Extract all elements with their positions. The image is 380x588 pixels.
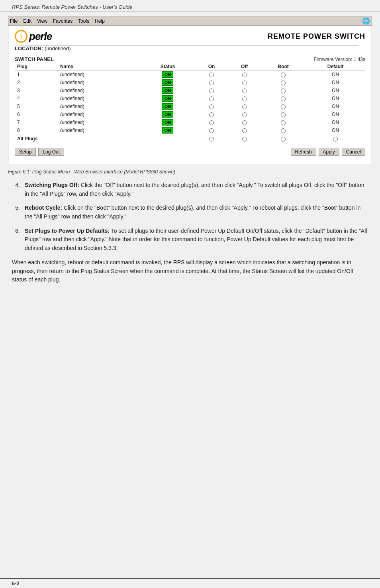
cell-on[interactable]	[195, 71, 228, 79]
radio-off[interactable]	[242, 104, 247, 109]
cell-boot[interactable]	[261, 71, 306, 79]
radio-boot[interactable]	[281, 81, 286, 85]
radio-all-boot[interactable]	[281, 137, 286, 142]
term-4: Switching Plugs Off:	[25, 182, 79, 188]
cell-off[interactable]	[228, 110, 261, 118]
cell-status[interactable]: ON	[140, 118, 195, 126]
cell-on[interactable]	[195, 118, 228, 126]
cell-on[interactable]	[195, 126, 228, 134]
cell-on[interactable]	[195, 79, 228, 87]
radio-on[interactable]	[209, 104, 214, 109]
radio-boot[interactable]	[281, 120, 286, 125]
radio-boot[interactable]	[281, 88, 286, 93]
setup-button[interactable]: Setup	[15, 148, 36, 156]
radio-on[interactable]	[209, 88, 214, 93]
radio-all-on[interactable]	[209, 137, 214, 142]
log-out-button[interactable]: Log Out	[38, 148, 64, 156]
cell-boot[interactable]	[261, 94, 306, 102]
all-plugs-label: All Plugs	[15, 134, 140, 142]
cell-on[interactable]	[195, 110, 228, 118]
table-row: 4 (undefined) ON ON	[15, 94, 365, 102]
cell-boot[interactable]	[261, 102, 306, 110]
radio-off[interactable]	[242, 81, 247, 85]
radio-all-off[interactable]	[242, 137, 247, 142]
radio-boot[interactable]	[281, 73, 286, 77]
cell-boot[interactable]	[261, 118, 306, 126]
cell-on[interactable]	[195, 87, 228, 94]
menu-edit[interactable]: Edit	[23, 18, 31, 24]
radio-on[interactable]	[209, 73, 214, 77]
radio-boot[interactable]	[281, 112, 286, 117]
radio-off[interactable]	[242, 96, 247, 101]
radio-on[interactable]	[209, 120, 214, 125]
cell-off[interactable]	[228, 94, 261, 102]
radio-off[interactable]	[242, 112, 247, 117]
cell-on[interactable]	[195, 102, 228, 110]
radio-boot[interactable]	[281, 128, 286, 133]
cell-name: (undefined)	[58, 79, 140, 87]
on-badge: ON	[162, 87, 174, 94]
all-plugs-off[interactable]	[228, 134, 261, 142]
cell-status[interactable]: ON	[140, 79, 195, 87]
perle-logo-text: perle	[29, 30, 52, 43]
cell-status[interactable]: ON	[140, 102, 195, 110]
cancel-button[interactable]: Cancel	[342, 148, 365, 156]
perle-logo: ) perle	[15, 30, 52, 43]
cell-boot[interactable]	[261, 110, 306, 118]
radio-all-default[interactable]	[333, 137, 338, 142]
on-badge: ON	[162, 111, 174, 118]
menu-file[interactable]: File	[10, 18, 18, 24]
radio-boot[interactable]	[281, 96, 286, 101]
menu-view[interactable]: View	[37, 18, 47, 24]
cell-status[interactable]: ON	[140, 94, 195, 102]
cell-off[interactable]	[228, 87, 261, 94]
radio-boot[interactable]	[281, 104, 286, 109]
cell-off[interactable]	[228, 71, 261, 79]
list-number-6: 6.	[12, 227, 20, 253]
cell-on[interactable]	[195, 94, 228, 102]
radio-on[interactable]	[209, 96, 214, 101]
cell-boot[interactable]	[261, 126, 306, 134]
radio-on[interactable]	[209, 112, 214, 117]
all-plugs-default[interactable]	[306, 134, 365, 142]
radio-off[interactable]	[242, 88, 247, 93]
rps-title: REMOTE POWER SWITCH	[268, 32, 365, 41]
cell-default: ON	[306, 102, 365, 110]
cell-status[interactable]: ON	[140, 71, 195, 79]
menu-favorites[interactable]: Favorites	[53, 18, 72, 24]
cell-default: ON	[306, 79, 365, 87]
page-header-title: RPS Series: Remote Power Switches - User…	[12, 4, 132, 10]
cell-status[interactable]: ON	[140, 87, 195, 94]
menu-tools[interactable]: Tools	[78, 18, 89, 24]
cell-off[interactable]	[228, 126, 261, 134]
all-plugs-on[interactable]	[195, 134, 228, 142]
radio-on[interactable]	[209, 128, 214, 133]
cell-off[interactable]	[228, 118, 261, 126]
list-item-4: 4. Switching Plugs Off: Click the "Off" …	[12, 181, 368, 198]
radio-off[interactable]	[242, 128, 247, 133]
cell-off[interactable]	[228, 102, 261, 110]
cell-name: (undefined)	[58, 110, 140, 118]
cell-boot[interactable]	[261, 87, 306, 94]
all-plugs-boot[interactable]	[261, 134, 306, 142]
radio-on[interactable]	[209, 81, 214, 85]
table-row: 2 (undefined) ON ON	[15, 79, 365, 87]
list-content-4: Switching Plugs Off: Click the "Off" but…	[25, 181, 368, 198]
radio-off[interactable]	[242, 73, 247, 77]
on-badge: ON	[162, 95, 174, 102]
cell-default: ON	[306, 118, 365, 126]
col-on: On	[195, 63, 228, 71]
list-item-5: 5. Reboot Cycle: Click on the "Boot" but…	[12, 204, 368, 221]
apply-button[interactable]: Apply	[319, 148, 339, 156]
browser-content: ) perle REMOTE POWER SWITCH LOCATION: (u…	[8, 26, 372, 160]
cell-status[interactable]: ON	[140, 126, 195, 134]
refresh-button[interactable]: Refresh	[291, 148, 316, 156]
menu-help[interactable]: Help	[95, 18, 105, 24]
location-value: (undefined)	[45, 45, 71, 51]
cell-off[interactable]	[228, 79, 261, 87]
col-plug: Plug	[15, 63, 58, 71]
cell-boot[interactable]	[261, 79, 306, 87]
term-5: Reboot Cycle:	[25, 205, 62, 211]
radio-off[interactable]	[242, 120, 247, 125]
cell-status[interactable]: ON	[140, 110, 195, 118]
